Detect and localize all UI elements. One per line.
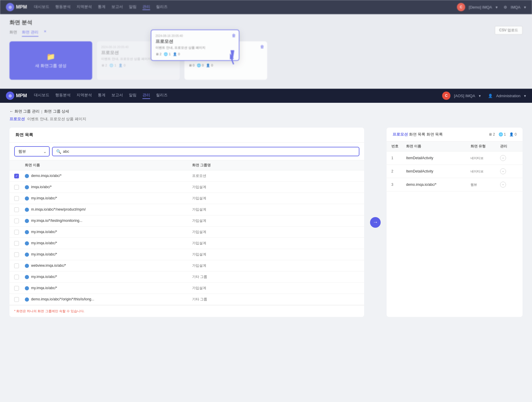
bottom-admin-label[interactable]: Administration	[496, 94, 520, 98]
table-row[interactable]: my.imqa.io/*/testing/monitoring... 가입설계	[9, 215, 364, 227]
row-checkbox-1[interactable]	[14, 185, 19, 190]
top-nav-stats[interactable]: 통계	[98, 4, 106, 10]
right-col-num: 번호	[391, 144, 406, 149]
bottom-nav-behavior[interactable]: 행동분석	[55, 92, 71, 99]
top-tab-screen[interactable]: 화면	[9, 30, 17, 37]
bottom-admin-chevron[interactable]: ▾	[524, 94, 526, 98]
top-nav-behavior[interactable]: 행동분석	[55, 4, 71, 10]
globe-icon-5	[25, 230, 29, 234]
type-select[interactable]: 웹뷰 네이티브 전체	[14, 146, 50, 157]
subtitle-row: 프로모션 이벤트 안내, 프로모션 상품 페이지	[9, 116, 523, 122]
top-workspace-chevron[interactable]: ▾	[496, 5, 498, 9]
table-row[interactable]: my.imqa.io/abc/* 가입설계	[9, 238, 364, 249]
new-card[interactable]: 📁 새 화면그룹 생성	[9, 41, 92, 80]
right-panel: 프로모션 화면 목록 화면 목록 🖥 2 🌐 1 👤 0 번호 화면 이름 화면…	[387, 128, 523, 317]
bottom-logo-text: MPM	[16, 93, 27, 98]
top-tab-manage[interactable]: 화면 관리	[22, 30, 38, 37]
bottom-workspace-chevron[interactable]: ▾	[479, 94, 481, 98]
right-row-remove-0[interactable]: −	[500, 155, 506, 161]
row-checkbox-5[interactable]	[14, 230, 19, 235]
search-icon: 🔍	[56, 149, 61, 154]
row-checkbox-8[interactable]	[14, 263, 19, 268]
bottom-nav: 대시보드 행동분석 지역분석 통계 보고서 알림 관리 릴리즈	[34, 92, 168, 99]
type-select-wrapper: 웹뷰 네이티브 전체	[14, 146, 50, 157]
row-url-7: my.imqa.io/abc/*	[31, 252, 57, 256]
globe-icon-10	[25, 286, 29, 290]
row-url-2: my.imqa.io/abc/*	[31, 196, 57, 200]
row-checkbox-2[interactable]	[14, 196, 19, 201]
left-panel-note: * 화면은 하나의 화면 그룹에만 속할 수 있습니다.	[9, 305, 364, 317]
bottom-avatar: C	[442, 92, 450, 100]
table-row[interactable]: my.imqa.io/abc/* 기타 그룹	[9, 271, 364, 283]
bottom-nav-release[interactable]: 릴리즈	[156, 92, 168, 99]
top-nav-dashboard[interactable]: 대시보드	[34, 4, 49, 10]
promo-popup-icons: 🖥 2 🌐 1 👤 0	[155, 52, 235, 56]
table-header-left: 화면 이름 화면 그룹명	[9, 160, 364, 170]
bottom-nav-stats[interactable]: 통계	[98, 92, 106, 99]
row-group-8: 가입설계	[192, 263, 359, 268]
top-settings-chevron[interactable]: ▾	[524, 5, 526, 9]
row-url-11: demo.imqa.io/abc/*/origin/*/this/is/long…	[31, 297, 94, 301]
top-workspace[interactable]: [Demo] IMQA	[469, 5, 492, 9]
bottom-nav-reports[interactable]: 보고서	[111, 92, 123, 99]
right-row-name-1: ItemDetailActivity	[406, 169, 471, 173]
right-row-remove-1[interactable]: −	[500, 168, 506, 174]
promo-popup-delete[interactable]: 🗑	[232, 33, 236, 38]
table-row[interactable]: my.imqa.io/abc/* 가입설계	[9, 227, 364, 238]
table-row[interactable]: webview.imqa.io/abc/* 가입설계	[9, 260, 364, 271]
top-nav-release[interactable]: 릴리즈	[156, 4, 168, 10]
right-row-name-2: demo.imqa.io/abc/*	[406, 183, 471, 187]
row-checkbox-6[interactable]	[14, 241, 19, 246]
row-checkbox-9[interactable]	[14, 275, 19, 279]
right-row-remove-2[interactable]: −	[500, 182, 506, 188]
row-checkbox-7[interactable]	[14, 252, 19, 257]
bottom-nav-manage[interactable]: 관리	[142, 92, 150, 99]
bottom-workspace[interactable]: [AOS] IMQA	[454, 94, 475, 98]
right-col-manage: 관리	[500, 144, 518, 149]
top-nav-reports[interactable]: 보고서	[111, 4, 123, 10]
row-group-7: 가입설계	[192, 252, 359, 257]
globe-icon-9	[25, 275, 29, 279]
row-checkbox-10[interactable]	[14, 286, 19, 291]
row-group-9: 기타 그룹	[192, 274, 359, 279]
bottom-nav-dashboard[interactable]: 대시보드	[34, 92, 49, 99]
right-row-num-0: 1	[391, 156, 406, 160]
table-row[interactable]: my.imqa.io/abc/* 가입설계	[9, 193, 364, 204]
top-nav-manage[interactable]: 관리	[142, 4, 150, 10]
row-checkbox-11[interactable]	[14, 297, 19, 302]
table-row[interactable]: my.imqa.io/abc/* 가입설계	[9, 283, 364, 294]
globe-icon-8	[25, 264, 29, 268]
row-checkbox-0[interactable]: ✓	[14, 174, 19, 178]
row-checkbox-4[interactable]	[14, 219, 19, 223]
table-row[interactable]: my.imqa.io/abc/* 가입설계	[9, 249, 364, 260]
right-row-type-0: 네이티브	[471, 156, 500, 160]
row-checkbox-3[interactable]	[14, 207, 19, 212]
top-nav-region[interactable]: 지역분석	[77, 4, 92, 10]
row-group-4: 가입설계	[192, 218, 359, 223]
table-row[interactable]: demo.imqa.io/abc/*/origin/*/this/is/long…	[9, 294, 364, 305]
top-settings[interactable]: IMQA	[511, 5, 520, 9]
table-row[interactable]: ✓ demo.imqa.io/abc/* 프로모션	[9, 170, 364, 182]
stat-person: 👤 0	[509, 132, 517, 136]
globe-icon-0	[25, 174, 29, 178]
top-logo: ◎ MPM	[6, 3, 27, 11]
bottom-navbar: ◎ MPM 대시보드 행동분석 지역분석 통계 보고서 알림 관리 릴리즈 C …	[0, 89, 532, 103]
promo-popup[interactable]: 2024-08-16 20:05:40 🗑 프로모션 이벤트 안내, 프로모션 …	[151, 30, 239, 61]
left-panel-header: 화면 목록	[9, 128, 364, 143]
table-row[interactable]: imqa.io/abc/* 가입설계	[9, 182, 364, 193]
right-panel-title: 프로모션 화면 목록 화면 목록	[392, 132, 443, 137]
search-input[interactable]	[63, 149, 355, 154]
top-tabs: 화면 화면 관리 ✕	[9, 30, 523, 37]
csv-upload-button[interactable]: CSV 업로드	[495, 26, 523, 35]
fw-delete[interactable]: 🗑	[260, 44, 264, 49]
top-nav-alerts[interactable]: 알림	[129, 4, 137, 10]
transfer-button[interactable]: →	[370, 217, 381, 228]
subtitle-label: 프로모션	[9, 116, 25, 122]
bottom-nav-alerts[interactable]: 알림	[129, 92, 137, 99]
right-row-num-2: 3	[391, 183, 406, 187]
table-row[interactable]: m.imqa.io/abc/*/new/product/mpm/ 가입설계	[9, 204, 364, 215]
globe-icon-6	[25, 241, 29, 245]
row-group-0: 프로모션	[192, 173, 359, 178]
bottom-nav-region[interactable]: 지역분석	[77, 92, 92, 99]
breadcrumb-back[interactable]: ← 화면 그룹 관리	[9, 109, 40, 114]
